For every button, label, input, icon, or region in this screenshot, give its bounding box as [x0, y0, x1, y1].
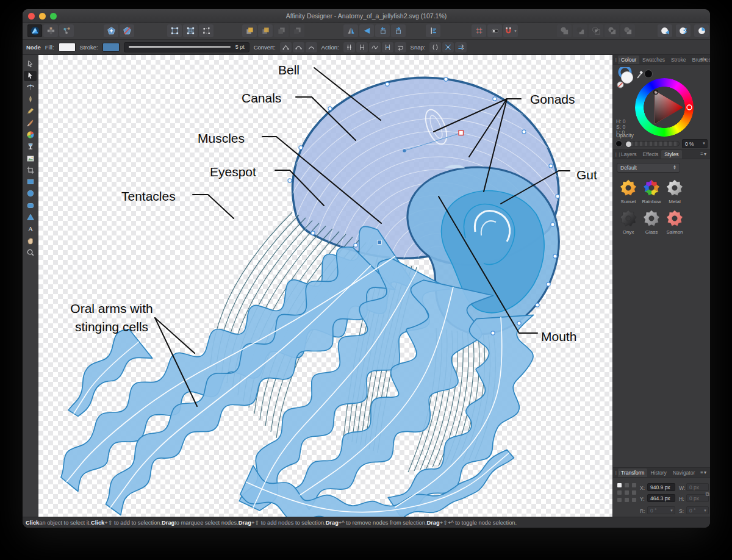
- fill-tool[interactable]: [24, 142, 37, 151]
- anatomy-label-oral-arms[interactable]: Oral arms with stinging cells: [43, 300, 180, 336]
- style-swatch-onyx[interactable]: Onyx: [617, 209, 640, 235]
- anatomy-label-muscles[interactable]: Muscles: [198, 129, 254, 148]
- pen-tool[interactable]: [24, 95, 37, 104]
- style-swatch-sunset[interactable]: Sunset: [617, 179, 640, 204]
- hue-marker[interactable]: [687, 105, 692, 110]
- convert-smooth-button[interactable]: [293, 42, 304, 52]
- shear-input[interactable]: 0 °▼: [686, 506, 709, 514]
- rotate-ccw-button[interactable]: [375, 24, 390, 37]
- vector-crop-tool[interactable]: [24, 165, 37, 175]
- move-backward-button[interactable]: [274, 24, 289, 37]
- snapping-button[interactable]: ▼: [503, 24, 518, 37]
- rectangle-tool[interactable]: [24, 177, 37, 187]
- view-split-button[interactable]: [694, 24, 709, 37]
- export-persona-button[interactable]: [59, 24, 74, 37]
- anatomy-label-bell[interactable]: Bell: [278, 61, 315, 79]
- eyedropper-icon[interactable]: [637, 71, 643, 78]
- vector-brush-tool[interactable]: [24, 118, 37, 127]
- x-input[interactable]: 940.9 px: [647, 483, 675, 491]
- boolean-subtract-button[interactable]: [573, 24, 587, 37]
- triangle-tool[interactable]: [24, 212, 37, 222]
- stroke-swatch[interactable]: [102, 43, 120, 52]
- transform-tab-navigator[interactable]: Navigator: [670, 468, 698, 477]
- rotate-cw-button[interactable]: [391, 24, 406, 37]
- styles-tab-effects[interactable]: Effects: [640, 150, 662, 159]
- ellipse-tool[interactable]: [24, 188, 37, 198]
- style-swatch-metal[interactable]: Metal: [663, 179, 686, 204]
- style-swatch-salmon[interactable]: Salmon: [663, 209, 686, 235]
- action-reverse-button[interactable]: [395, 42, 406, 52]
- move-tool[interactable]: [24, 59, 37, 69]
- styles-tab-styles[interactable]: Styles: [661, 150, 681, 159]
- move-forward-button[interactable]: [258, 24, 273, 37]
- action-join-button[interactable]: [382, 42, 393, 52]
- view-pixel-button[interactable]: [676, 24, 691, 37]
- anchor-point-selector[interactable]: [617, 483, 636, 502]
- opacity-slider[interactable]: [625, 141, 680, 146]
- pencil-tool[interactable]: [24, 106, 37, 116]
- anatomy-label-mouth[interactable]: Mouth: [541, 328, 590, 346]
- style-swatch-rainbow[interactable]: Rainbow: [640, 179, 663, 204]
- colour-tab-swatches[interactable]: Swatches: [639, 56, 668, 64]
- pixel-persona-button[interactable]: [43, 24, 58, 37]
- rounded-rectangle-tool[interactable]: [24, 201, 37, 210]
- anatomy-label-canals[interactable]: Canals: [242, 89, 290, 107]
- alignment-button[interactable]: [426, 24, 440, 37]
- colour-picker-tool[interactable]: [24, 130, 37, 140]
- rotation-input[interactable]: 0 °▼: [647, 506, 675, 514]
- panel-menu-icon[interactable]: ≡▾: [700, 57, 707, 62]
- anatomy-label-tentacles[interactable]: Tentacles: [121, 187, 188, 206]
- fullscreen-window-button[interactable]: [50, 13, 57, 20]
- anatomy-label-gut[interactable]: Gut: [576, 166, 607, 184]
- select-transform-button[interactable]: [199, 24, 214, 37]
- panel-menu-icon[interactable]: ≡▾: [700, 470, 707, 475]
- opacity-slider-thumb[interactable]: [625, 141, 632, 148]
- flip-vertical-button[interactable]: [359, 24, 374, 37]
- node-tool[interactable]: [24, 71, 37, 81]
- boolean-xor-button[interactable]: [605, 24, 619, 37]
- show-grid-button[interactable]: [472, 24, 486, 37]
- anatomy-label-gonads[interactable]: Gonads: [530, 90, 585, 109]
- move-to-front-button[interactable]: [242, 24, 257, 37]
- anatomy-label-eyespot[interactable]: Eyespot: [210, 163, 266, 181]
- hsl-triangle[interactable]: [635, 78, 694, 137]
- snap-curves-button[interactable]: [429, 42, 441, 52]
- move-to-back-button[interactable]: [290, 24, 304, 37]
- place-image-tool[interactable]: [24, 153, 37, 163]
- fill-colour-circle[interactable]: [622, 72, 633, 84]
- snap-align-button[interactable]: [455, 42, 467, 52]
- minimize-window-button[interactable]: [39, 13, 46, 20]
- insert-shape-button[interactable]: [104, 24, 118, 37]
- view-tool[interactable]: [24, 235, 37, 245]
- transform-tab-transform[interactable]: Transform: [618, 468, 647, 477]
- boolean-intersect-button[interactable]: [589, 24, 603, 37]
- action-break-button[interactable]: [343, 42, 355, 52]
- point-transform-tool[interactable]: [24, 83, 37, 93]
- zoom-tool[interactable]: [24, 248, 37, 257]
- action-smooth-button[interactable]: [369, 42, 381, 52]
- insert-shape-off-button[interactable]: [120, 24, 134, 37]
- select-box-button[interactable]: [167, 24, 182, 37]
- view-vector-button[interactable]: [658, 24, 672, 37]
- y-input[interactable]: 464.3 px: [647, 494, 675, 502]
- colour-tab-stroke[interactable]: Stroke: [668, 56, 689, 64]
- boolean-divide-button[interactable]: [620, 24, 635, 37]
- convert-sharp-button[interactable]: [280, 42, 292, 52]
- convert-smart-button[interactable]: [306, 42, 317, 52]
- transform-tab-history[interactable]: History: [647, 468, 669, 477]
- opacity-value-field[interactable]: 0 %▼: [682, 139, 708, 148]
- artistic-text-tool[interactable]: A: [24, 224, 37, 234]
- close-window-button[interactable]: [28, 13, 35, 20]
- fill-swatch[interactable]: [59, 43, 76, 52]
- canvas[interactable]: BellCanalsMusclesEyespotTentaclesGonadsG…: [38, 55, 612, 517]
- boolean-add-button[interactable]: [557, 24, 572, 37]
- w-input[interactable]: 0 px: [686, 483, 709, 491]
- designer-persona-button[interactable]: [27, 24, 42, 37]
- style-category-dropdown[interactable]: Default ▲▼: [617, 163, 680, 173]
- pixel-alignment-button[interactable]: [487, 24, 502, 37]
- style-swatch-glass[interactable]: Glass: [640, 209, 663, 235]
- secondary-colour-circle[interactable]: [645, 70, 653, 78]
- action-close-button[interactable]: [356, 42, 368, 52]
- flip-horizontal-button[interactable]: [343, 24, 358, 37]
- no-fill-icon[interactable]: [617, 82, 623, 88]
